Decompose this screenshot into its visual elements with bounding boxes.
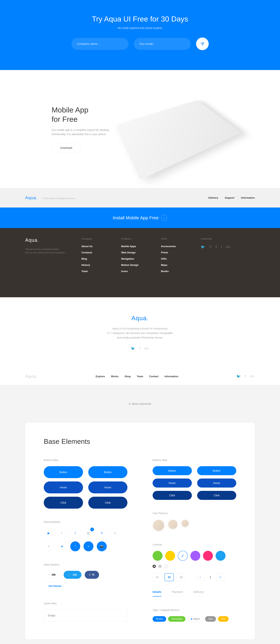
button-hover[interactable]: Hover xyxy=(44,482,83,494)
button-hover-sm[interactable]: Hover xyxy=(152,478,192,488)
paper-plane-icon xyxy=(200,42,204,46)
button-click[interactable]: Click xyxy=(88,497,128,508)
share-button[interactable]: ⤴ xyxy=(70,528,80,538)
like-pill[interactable]: ♥359 xyxy=(44,571,60,579)
tab-payment[interactable]: Payment xyxy=(172,590,183,596)
base-elements-card: Base Elements Buttons 60px Button Button… xyxy=(25,423,255,639)
facebook-icon[interactable]: f xyxy=(216,245,217,249)
link-about[interactable]: About Us xyxy=(82,245,105,248)
facebook-pill[interactable]: f75 xyxy=(85,571,99,579)
link-history[interactable]: History xyxy=(82,264,105,266)
googleplus-icon[interactable]: G+ xyxy=(144,346,149,350)
page-43[interactable]: 43 xyxy=(176,573,186,581)
minus-button[interactable]: − xyxy=(196,573,204,581)
nav-contact[interactable]: Contact xyxy=(149,375,158,378)
up-button[interactable]: ⌃ xyxy=(70,541,80,551)
camera-button[interactable]: 📷 xyxy=(97,541,107,551)
download-button[interactable]: Download xyxy=(52,143,81,153)
nav-information[interactable]: Information xyxy=(164,375,178,378)
nav-shop[interactable]: Shop xyxy=(124,375,131,378)
getstarted-button[interactable]: Get Started› xyxy=(44,582,68,590)
link-contacts[interactable]: Contacts xyxy=(82,251,105,254)
googleplus-icon[interactable]: G+ xyxy=(226,245,231,249)
twitter-pill[interactable]: 🐦125 xyxy=(64,571,82,579)
button-click-sm[interactable]: Click xyxy=(197,491,236,500)
copy-button[interactable]: ⧉ xyxy=(110,528,120,538)
pinterest-icon[interactable]: 𝓟 xyxy=(209,245,212,249)
twitter-icon[interactable]: 🐦 xyxy=(236,374,240,378)
avatar xyxy=(181,519,189,527)
play-button[interactable]: ▶ xyxy=(44,528,54,538)
hero-subtitle: No credit required and cancel anytime xyxy=(0,26,280,30)
button-default[interactable]: Button xyxy=(88,466,128,478)
button-hover[interactable]: Hover xyxy=(88,482,128,494)
link-books[interactable]: Books xyxy=(161,270,185,273)
avatar xyxy=(152,519,164,531)
tab-delivery[interactable]: Delivery xyxy=(194,590,204,596)
swatch-pink[interactable] xyxy=(203,551,213,561)
radio[interactable] xyxy=(164,565,168,568)
link-maps[interactable]: Maps xyxy=(161,264,185,266)
link-information[interactable]: Information xyxy=(241,196,255,199)
page-42[interactable]: 42 xyxy=(164,573,174,581)
link-mobileapps[interactable]: Mobile Apps xyxy=(121,245,145,248)
tab-details[interactable]: Details xyxy=(152,590,161,596)
tag-go[interactable]: GO! xyxy=(218,616,228,622)
nav-explore[interactable]: Explore xyxy=(96,375,105,378)
email-input[interactable] xyxy=(134,38,191,50)
edit-button[interactable]: ✎ xyxy=(97,528,107,538)
link-team[interactable]: Team xyxy=(82,270,105,273)
twitter-icon[interactable]: 🐦 xyxy=(201,245,205,249)
twitter-icon[interactable]: 🐦 xyxy=(131,346,135,350)
send-button[interactable]: ✈ xyxy=(57,528,67,538)
swatch-purple[interactable] xyxy=(190,551,200,561)
nav-team[interactable]: Team xyxy=(137,375,143,378)
button-hover-sm[interactable]: Hover xyxy=(197,478,236,488)
company-input[interactable] xyxy=(72,38,128,50)
swatch-selected[interactable]: ✓ xyxy=(178,551,188,561)
facebook-icon[interactable]: f xyxy=(139,346,140,350)
radio[interactable] xyxy=(158,565,162,568)
googleplus-icon[interactable]: G+ xyxy=(250,374,255,378)
facebook-icon[interactable]: f xyxy=(245,374,246,378)
col-products-header: Products xyxy=(121,237,145,240)
link-icons[interactable]: Icons xyxy=(121,270,145,273)
plus-button[interactable]: + xyxy=(216,573,224,581)
button-click-sm[interactable]: Click xyxy=(152,491,192,500)
tagline: The best tool for prototyping design,lev… xyxy=(25,248,66,254)
install-banner[interactable]: Install Mobile App Free › xyxy=(0,208,280,228)
button-default-sm[interactable]: Button xyxy=(152,466,192,475)
link-delivery[interactable]: Delivery xyxy=(208,196,218,199)
tag-technology[interactable]: Technology xyxy=(168,616,186,622)
radio-selected[interactable] xyxy=(152,565,156,568)
page-41[interactable]: 41 xyxy=(152,573,162,581)
link-blog[interactable]: Blog xyxy=(82,257,105,260)
link-prints[interactable]: Prints xyxy=(161,251,185,254)
star-button[interactable]: ★ xyxy=(57,541,67,551)
link-webdesign[interactable]: Web Design xyxy=(121,251,145,254)
swatch-blue[interactable] xyxy=(216,551,226,561)
link-accessories[interactable]: Accessories xyxy=(161,245,185,248)
card-title: Base Elements xyxy=(44,438,236,446)
button-click[interactable]: Click xyxy=(44,497,83,508)
submit-button[interactable] xyxy=(196,38,209,50)
input-empty[interactable] xyxy=(44,610,128,622)
chevron-right-icon: › xyxy=(63,585,64,588)
label-otherbuttons: Other Buttons xyxy=(44,563,128,566)
tag-nature[interactable]: Nature xyxy=(188,616,203,622)
button-default[interactable]: Button xyxy=(44,466,83,478)
button-default-sm[interactable]: Button xyxy=(197,466,236,475)
tumblr-icon[interactable]: t xyxy=(221,245,222,249)
heart-button[interactable]: ♥ xyxy=(44,541,54,551)
add-button[interactable]: + xyxy=(84,541,94,551)
cart-button[interactable]: 🛒2 xyxy=(84,528,94,538)
link-support[interactable]: Support xyxy=(225,196,234,199)
nav-works[interactable]: Works xyxy=(111,375,118,378)
swatch-green[interactable] xyxy=(152,551,162,561)
swatch-yellow[interactable] xyxy=(165,551,175,561)
link-motion[interactable]: Motion Design xyxy=(121,264,145,266)
tag-new[interactable]: New xyxy=(205,616,216,622)
link-gifts[interactable]: Gifts xyxy=(161,257,185,260)
link-navigation[interactable]: Navigation xyxy=(121,257,145,260)
tag-review[interactable]: Review xyxy=(152,616,166,622)
